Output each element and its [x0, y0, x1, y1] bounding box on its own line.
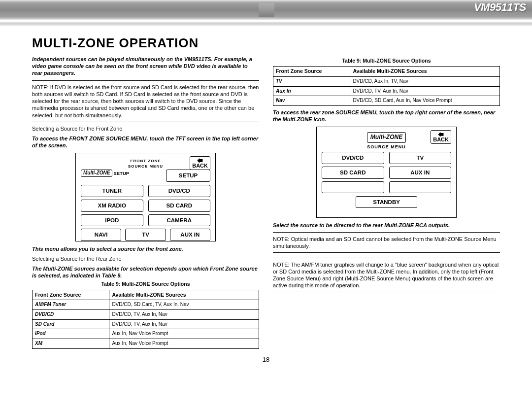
t1r2c0: SD Card: [33, 319, 109, 329]
select-caption: Select the source to be directed to the …: [273, 222, 500, 229]
access-rear-text: The Multi-ZONE sources available for sel…: [32, 265, 259, 279]
navi-button[interactable]: NAVI: [81, 229, 121, 241]
table1: Front Zone Source Available Multi-ZONE S…: [32, 290, 259, 349]
table1-caption: Table 9: Multi-ZONE Source Options: [32, 281, 259, 287]
note3-text: NOTE: The AM/FM tuner graphics will chan…: [273, 261, 500, 289]
t1r0c1: DVD/CD, SD Card, TV, Aux In, Nav: [109, 300, 259, 310]
left-column: Independent sources can be played simult…: [32, 56, 259, 351]
subheading-rear: Selecting a Source for the Rear Zone: [32, 255, 259, 262]
multizone-rear-menu: 🡄 BACK Multi-ZONE SOURCE MENU DVD/CD TV …: [316, 127, 457, 218]
t1r1c1: DVD/CD, TV, Aux In, Nav: [109, 309, 259, 319]
divider: [273, 292, 500, 292]
page-title: Multi-Zone Operation: [32, 35, 500, 51]
multizone-pill[interactable]: Multi-ZONE: [81, 170, 112, 177]
camera-button[interactable]: CAMERA: [148, 214, 211, 227]
menu-caption: This menu allows you to select a source …: [32, 245, 259, 252]
intro-text: Independent sources can be played simult…: [32, 56, 259, 76]
page-number: 18: [32, 356, 500, 363]
xmradio-button[interactable]: XM RADIO: [81, 200, 143, 212]
auxin-rear-button[interactable]: AUX IN: [389, 167, 452, 179]
table2-caption: Table 9: Multi-ZONE Source Options: [273, 58, 500, 64]
empty-rear-button-2[interactable]: [389, 181, 452, 193]
note-text: NOTE: If DVD is selected as the front so…: [32, 84, 259, 118]
empty-rear-button-1[interactable]: [322, 181, 384, 193]
front-zone-menu: 🡄 BACK FRONT ZONE SOURCE MENU Multi-ZONE…: [75, 153, 216, 241]
back-label: BACK: [192, 164, 208, 169]
standby-button[interactable]: STANDBY: [356, 196, 417, 208]
ghost-center: [259, 3, 274, 17]
divider: [273, 252, 500, 253]
back-button-rear[interactable]: 🡄 BACK: [431, 130, 451, 144]
setup-text: SETUP: [113, 171, 129, 176]
t1r0c0: AM/FM Tuner: [33, 300, 109, 310]
tv-rear-button[interactable]: TV: [389, 152, 452, 164]
right-column: Table 9: Multi-ZONE Source Options Front…: [273, 56, 500, 351]
t2r1c0: Aux In: [273, 86, 350, 96]
subheading: Selecting a Source for the Front Zone: [32, 125, 259, 132]
table1-head-0: Front Zone Source: [33, 290, 109, 300]
t2r2c0: Nav: [273, 96, 350, 106]
access-instruction: To access the FRONT ZONE SOURCE MENU, to…: [32, 135, 259, 149]
t2r0c1: DVD/CD, Aux In, TV, Nav: [350, 76, 500, 86]
t2r2c1: DVD/CD, SD Card, Aux In, Nav Voice Promp…: [350, 96, 500, 106]
access-rear-instruction: To access the rear zone SOURCE MENU, tou…: [273, 109, 500, 123]
table2-head-0: Front Zone Source: [273, 67, 350, 76]
t1r2c1: DVD/CD, TV, Aux In, Nav: [109, 319, 259, 329]
dvdcd-rear-button[interactable]: DVD/CD: [322, 152, 384, 164]
source-menu-title: SOURCE MENU: [322, 144, 451, 150]
multizone-pill-rear[interactable]: Multi-ZONE: [367, 132, 406, 142]
t1r4c1: Aux In, Nav Voice Prompt: [109, 339, 259, 349]
tv-button[interactable]: TV: [125, 229, 166, 241]
divider: [273, 258, 500, 258]
setup-button[interactable]: SETUP: [166, 170, 210, 182]
t1r3c1: Aux In, Nav Voice Prompt: [109, 329, 259, 339]
t1r1c0: DVD/CD: [33, 309, 109, 319]
header-bar: VM9511TS: [0, 0, 532, 20]
model-label: VM9511TS: [474, 1, 526, 14]
sdcard-rear-button[interactable]: SD CARD: [322, 167, 384, 179]
back-button[interactable]: 🡄 BACK: [190, 156, 210, 170]
note2-text: NOTE: Optical media and an SD Card canno…: [273, 236, 500, 249]
dvdcd-button[interactable]: DVD/CD: [148, 185, 211, 197]
table2: Front Zone Source Available Multi-ZONE S…: [273, 66, 500, 106]
table1-head-1: Available Multi-ZONE Sources: [109, 290, 259, 300]
ipod-button[interactable]: iPOD: [81, 214, 143, 227]
auxin-button[interactable]: AUX IN: [170, 229, 210, 241]
t1r3c0: iPod: [33, 329, 109, 339]
tuner-button[interactable]: TUNER: [81, 185, 143, 197]
t1r4c0: XM: [33, 339, 109, 349]
sdcard-button[interactable]: SD CARD: [148, 200, 211, 212]
t2r0c0: TV: [273, 76, 350, 86]
t2r1c1: DVD/CD, TV, Aux In, Nav: [350, 86, 500, 96]
page-content: Multi-Zone Operation Independent sources…: [0, 26, 532, 368]
divider: [273, 232, 500, 233]
divider: [32, 80, 259, 81]
header-stripe: [0, 22, 532, 26]
table2-head-1: Available Multi-ZONE Sources: [350, 67, 500, 76]
divider: [32, 122, 259, 122]
back-label: BACK: [433, 137, 449, 142]
